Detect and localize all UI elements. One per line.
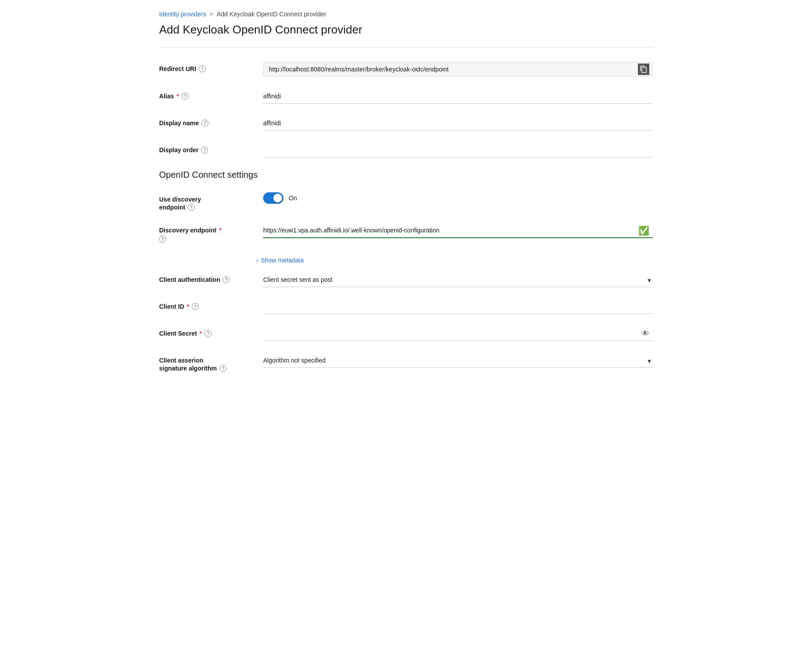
copy-icon	[640, 65, 648, 73]
discovery-required: *	[219, 227, 221, 234]
alias-row: Alias * ?	[159, 89, 653, 104]
show-metadata-label: Show metadata	[261, 257, 304, 264]
display-order-input[interactable]	[263, 143, 653, 157]
client-assertion-label: Client asserion signature algorithm ?	[159, 353, 256, 372]
client-assertion-help-icon: ?	[220, 365, 227, 372]
use-discovery-help-icon: ?	[188, 204, 195, 211]
client-assertion-row: Client asserion signature algorithm ? Al…	[159, 353, 653, 372]
divider	[159, 47, 653, 48]
breadcrumb-link[interactable]: Identity providers	[159, 11, 206, 18]
client-id-input[interactable]	[263, 299, 653, 314]
discovery-endpoint-field: ✅	[263, 223, 653, 238]
client-secret-input-wrapper: 👁	[263, 326, 653, 341]
alias-label: Alias * ?	[159, 89, 256, 100]
redirect-uri-row: Redirect URI ?	[159, 62, 653, 77]
redirect-uri-field	[263, 62, 653, 77]
client-id-required: *	[187, 303, 189, 310]
redirect-uri-help-icon: ?	[199, 65, 206, 72]
client-secret-required: *	[200, 330, 202, 337]
display-name-row: Display name ?	[159, 116, 653, 131]
oidc-section-title: OpenID Connect settings	[159, 170, 653, 180]
eye-icon-button[interactable]: 👁	[641, 329, 649, 338]
client-auth-field: Client secret sent as post Client secret…	[263, 273, 653, 287]
client-assertion-select[interactable]: Algorithm not specified RS256 RS384 RS51…	[263, 353, 653, 368]
discovery-label-main: Discovery endpoint *	[159, 227, 221, 234]
client-id-label: Client ID * ?	[159, 299, 256, 310]
breadcrumb-separator: >	[210, 11, 213, 18]
alias-help-icon: ?	[182, 93, 189, 100]
display-name-label: Display name ?	[159, 116, 256, 127]
discovery-help-icon: ?	[159, 236, 166, 243]
client-secret-label: Client Secret * ?	[159, 326, 256, 337]
client-assertion-field: Algorithm not specified RS256 RS384 RS51…	[263, 353, 653, 368]
alias-field	[263, 89, 653, 104]
client-auth-label: Client authentication ?	[159, 273, 256, 283]
display-name-help-icon: ?	[201, 120, 209, 127]
use-discovery-field: On	[263, 192, 653, 204]
discovery-endpoint-input-wrapper: ✅	[263, 223, 653, 238]
toggle-thumb	[273, 194, 282, 202]
breadcrumb: Identity providers > Add Keycloak OpenID…	[159, 11, 653, 18]
client-auth-select-wrapper: Client secret sent as post Client secret…	[263, 273, 653, 287]
toggle-switch[interactable]	[263, 192, 283, 204]
client-secret-field: 👁	[263, 326, 653, 341]
redirect-uri-input-wrapper	[263, 62, 653, 77]
discovery-endpoint-label: Discovery endpoint * ?	[159, 223, 256, 243]
show-metadata-row[interactable]: › Show metadata	[256, 255, 653, 266]
client-secret-row: Client Secret * ? 👁	[159, 326, 653, 341]
copy-button[interactable]	[638, 64, 649, 75]
redirect-uri-input	[263, 62, 653, 77]
client-assertion-select-wrapper: Algorithm not specified RS256 RS384 RS51…	[263, 353, 653, 368]
client-secret-input[interactable]	[263, 326, 653, 341]
use-discovery-row: Use discovery endpoint ? On	[159, 192, 653, 211]
display-name-field	[263, 116, 653, 131]
toggle-row: On	[263, 192, 653, 204]
display-order-label: Display order ?	[159, 143, 256, 153]
display-order-field	[263, 143, 653, 157]
client-auth-help-icon: ?	[223, 276, 230, 283]
display-name-input[interactable]	[263, 116, 653, 131]
client-id-field	[263, 299, 653, 314]
toggle-label: On	[289, 195, 297, 202]
display-order-help-icon: ?	[201, 146, 208, 153]
redirect-uri-label: Redirect URI ?	[159, 62, 256, 72]
use-discovery-label: Use discovery endpoint ?	[159, 192, 256, 211]
client-id-row: Client ID * ?	[159, 299, 653, 314]
breadcrumb-current: Add Keycloak OpenID Connect provider	[217, 11, 326, 18]
display-order-row: Display order ?	[159, 143, 653, 157]
discovery-label-help: ?	[159, 236, 221, 243]
alias-input[interactable]	[263, 89, 653, 104]
alias-required: *	[176, 93, 179, 100]
client-secret-help-icon: ?	[205, 330, 212, 337]
client-assertion-label-text: Client asserion signature algorithm ?	[159, 357, 227, 372]
page-title: Add Keycloak OpenID Connect provider	[159, 23, 653, 37]
discovery-label-wrapper: Discovery endpoint * ?	[159, 227, 221, 243]
client-auth-row: Client authentication ? Client secret se…	[159, 273, 653, 287]
discovery-endpoint-row: Discovery endpoint * ? ✅	[159, 223, 653, 243]
client-id-help-icon: ?	[192, 303, 199, 310]
use-discovery-label-text: Use discovery endpoint ?	[159, 196, 201, 211]
check-icon: ✅	[638, 225, 649, 236]
eye-icon: 👁	[641, 329, 649, 338]
client-auth-select[interactable]: Client secret sent as post Client secret…	[263, 273, 653, 287]
discovery-endpoint-input[interactable]	[263, 223, 653, 238]
show-metadata-chevron: ›	[256, 257, 258, 264]
